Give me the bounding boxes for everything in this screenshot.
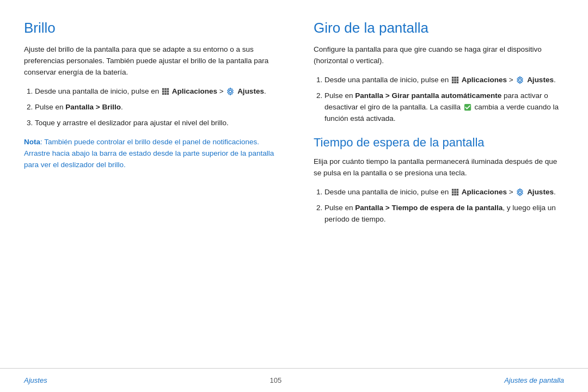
brillo-step-3: Toque y arrastre el deslizador para ajus…: [35, 118, 274, 129]
svg-point-13: [519, 79, 522, 82]
footer-page-number: 105: [270, 376, 282, 384]
brillo-step1-aplicaciones: Aplicaciones: [172, 87, 217, 95]
svg-point-12: [229, 90, 232, 93]
apps-grid-icon-3: [451, 188, 459, 196]
brillo-title: Brillo: [24, 20, 274, 36]
footer: Ajustes 105 Ajustes de pantalla: [0, 368, 588, 392]
apps-grid-icon: [162, 88, 169, 95]
tiempo-description: Elija por cuánto tiempo la pantalla perm…: [314, 156, 564, 179]
apps-grid-icon-2: [451, 76, 459, 84]
settings-gear-icon-1: [226, 87, 235, 96]
giro-step1-aplicaciones: Aplicaciones: [462, 76, 507, 84]
footer-right: Ajustes de pantalla: [504, 376, 564, 384]
giro-step-1: Desde una pantalla de inicio, pulse en A…: [324, 75, 564, 86]
tiempo-step2-pantalla: Pantalla > Tiempo de espera de la pantal…: [355, 204, 503, 212]
giro-title: Giro de la pantalla: [314, 20, 564, 36]
left-column: Brillo Ajuste del brillo de la pantalla …: [24, 20, 294, 327]
giro-step-2: Pulse en Pantalla > Girar pantalla autom…: [324, 90, 564, 125]
svg-point-14: [519, 191, 522, 194]
brillo-note: Nota: También puede controlar el brillo …: [24, 137, 274, 171]
settings-gear-icon-2: [516, 76, 524, 84]
brillo-steps: Desde una pantalla de inicio, pulse en A…: [24, 86, 274, 129]
tiempo-step1-aplicaciones: Aplicaciones: [462, 188, 507, 196]
tiempo-steps: Desde una pantalla de inicio, pulse en A…: [314, 187, 564, 225]
note-label: Nota: [24, 138, 40, 146]
page-content: Brillo Ajuste del brillo de la pantalla …: [0, 0, 588, 359]
brillo-description: Ajuste del brillo de la pantalla para qu…: [24, 44, 274, 78]
tiempo-title: Tiempo de espera de la pantalla: [314, 136, 564, 150]
tiempo-step-2: Pulse en Pantalla > Tiempo de espera de …: [324, 203, 564, 225]
giro-description: Configure la pantalla para que gire cuan…: [314, 44, 564, 67]
checkbox-green-icon: [464, 103, 471, 111]
giro-step2-pantalla: Pantalla > Girar pantalla automáticament…: [355, 91, 501, 100]
brillo-step-1: Desde una pantalla de inicio, pulse en A…: [35, 86, 274, 97]
tiempo-step1-ajustes: Ajustes: [527, 188, 554, 196]
giro-step1-ajustes: Ajustes: [527, 76, 554, 84]
right-column: Giro de la pantalla Configure la pantall…: [294, 20, 564, 327]
footer-left: Ajustes: [24, 376, 47, 384]
brillo-step2-pantalla: Pantalla > Brillo: [65, 103, 121, 111]
brillo-step1-ajustes: Ajustes: [237, 87, 264, 95]
settings-gear-icon-3: [516, 188, 524, 197]
giro-steps: Desde una pantalla de inicio, pulse en A…: [314, 75, 564, 125]
tiempo-step-1: Desde una pantalla de inicio, pulse en A…: [324, 187, 564, 198]
brillo-step-2: Pulse en Pantalla > Brillo.: [35, 102, 274, 113]
